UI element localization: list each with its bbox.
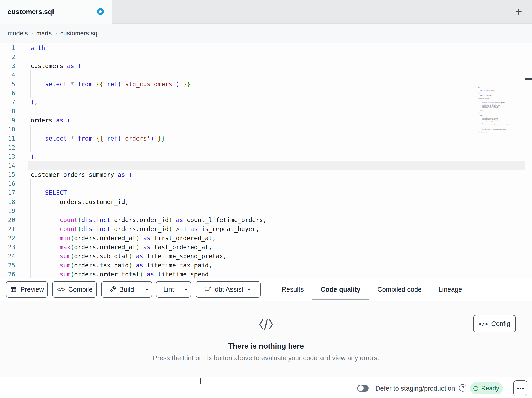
line-number: 16 bbox=[0, 179, 15, 188]
breadcrumb-item[interactable]: models bbox=[8, 30, 28, 37]
defer-toggle[interactable] bbox=[357, 385, 369, 392]
code-line[interactable]: 19 bbox=[0, 206, 532, 215]
panel-tab-code-quality[interactable]: Code quality bbox=[321, 278, 361, 301]
code-line[interactable]: 25 sum(orders.tax_paid) as lifetime_tax_… bbox=[0, 261, 532, 270]
code-brackets-icon: </> bbox=[57, 286, 65, 293]
chat-sparkle-icon bbox=[204, 286, 212, 293]
panel-tab-results[interactable]: Results bbox=[282, 278, 304, 301]
panel-tab-compiled-code[interactable]: Compiled code bbox=[377, 278, 422, 301]
file-tab-customers-sql[interactable]: customers.sql bbox=[0, 0, 112, 24]
line-number: 25 bbox=[0, 261, 15, 270]
line-number: 20 bbox=[0, 215, 15, 224]
unsaved-changes-icon bbox=[97, 8, 104, 15]
line-number: 8 bbox=[0, 107, 15, 116]
line-number: 7 bbox=[0, 98, 15, 107]
build-button[interactable]: Build bbox=[101, 282, 142, 297]
status-circle-icon bbox=[474, 386, 479, 391]
indent-guide bbox=[30, 89, 31, 98]
indent-guide bbox=[30, 143, 31, 152]
breadcrumb-item[interactable]: marts bbox=[36, 30, 52, 37]
status-badge-label: Ready bbox=[481, 385, 499, 392]
build-button-label: Build bbox=[119, 286, 134, 293]
line-number: 14 bbox=[0, 161, 15, 170]
code-line[interactable]: 26 sum(orders.order_total) as lifetime_s… bbox=[0, 270, 532, 279]
code-line[interactable]: 18 orders.customer_id, bbox=[0, 197, 532, 206]
lint-button[interactable]: Lint bbox=[157, 282, 181, 297]
status-bar: Defer to staging/production ? Ready bbox=[0, 377, 532, 398]
code-line[interactable]: 6 bbox=[0, 89, 532, 98]
more-options-button[interactable] bbox=[513, 380, 527, 396]
line-number: 17 bbox=[0, 188, 15, 197]
indent-guide bbox=[30, 179, 31, 188]
lint-button-label: Lint bbox=[163, 286, 174, 293]
compile-button[interactable]: </> Compile bbox=[52, 281, 97, 298]
editor-tab-bar: customers.sql + bbox=[0, 0, 532, 24]
code-line[interactable]: 3customers as ( bbox=[0, 61, 532, 71]
editor-minimap[interactable]: withcustomers as ( select * from {{ ref(… bbox=[478, 87, 525, 135]
code-line[interactable]: 21 count(distinct orders.order_id) > 1 a… bbox=[0, 224, 532, 234]
panel-tab-lineage[interactable]: Lineage bbox=[438, 278, 462, 301]
code-line[interactable]: 20 count(distinct orders.order_id) as co… bbox=[0, 215, 532, 224]
code-line[interactable]: 11 select * from {{ ref('orders') }} bbox=[0, 134, 532, 143]
line-number: 10 bbox=[0, 125, 15, 134]
line-number: 23 bbox=[0, 243, 15, 252]
code-line[interactable]: 23 max(orders.ordered_at) as last_ordere… bbox=[0, 243, 532, 252]
line-number: 18 bbox=[0, 197, 15, 206]
build-dropdown-button[interactable] bbox=[142, 282, 152, 297]
code-quality-panel: There is nothing here Press the Lint or … bbox=[0, 301, 532, 377]
code-line[interactable]: 4 bbox=[0, 71, 532, 79]
mouse-cursor-ibeam bbox=[199, 378, 202, 384]
line-number: 3 bbox=[0, 61, 15, 71]
line-number: 9 bbox=[0, 116, 15, 125]
chevron-down-icon bbox=[144, 287, 149, 292]
new-tab-button[interactable]: + bbox=[512, 4, 526, 20]
line-number: 12 bbox=[0, 143, 15, 152]
config-button-label: Config bbox=[491, 320, 510, 327]
code-line[interactable]: 5 select * from {{ ref('stg_customers') … bbox=[0, 79, 532, 89]
breadcrumb-item[interactable]: customers.sql bbox=[60, 30, 99, 37]
chevron-down-icon bbox=[247, 287, 252, 292]
code-line[interactable]: 1with bbox=[0, 43, 532, 52]
lint-dropdown-button[interactable] bbox=[181, 282, 191, 297]
code-line[interactable]: 7), bbox=[0, 98, 532, 107]
build-split-button: Build bbox=[101, 281, 152, 298]
empty-state-subtitle: Press the Lint or Fix button above to ev… bbox=[0, 354, 532, 362]
file-tab-title: customers.sql bbox=[8, 8, 54, 16]
line-number: 24 bbox=[0, 252, 15, 261]
code-line[interactable]: 9orders as ( bbox=[0, 116, 532, 125]
lint-split-button: Lint bbox=[156, 281, 191, 298]
code-brackets-empty-icon bbox=[258, 319, 274, 330]
toggle-knob bbox=[358, 385, 364, 391]
code-editor[interactable]: 1with23customers as (45 select * from {{… bbox=[0, 43, 532, 278]
code-line[interactable]: 10 bbox=[0, 125, 532, 134]
compile-button-label: Compile bbox=[68, 286, 93, 293]
wrench-icon bbox=[109, 286, 116, 293]
editor-scrollbar-thumb[interactable] bbox=[525, 78, 532, 80]
code-line[interactable]: 22 min(orders.ordered_at) as first_order… bbox=[0, 234, 532, 243]
preview-button[interactable]: Preview bbox=[6, 281, 48, 298]
code-lines: 1with23customers as (45 select * from {{… bbox=[0, 43, 532, 279]
line-number: 4 bbox=[0, 71, 15, 79]
code-brackets-icon: </> bbox=[479, 320, 488, 327]
line-number: 1 bbox=[0, 43, 15, 52]
defer-label: Defer to staging/production bbox=[375, 385, 455, 392]
dbt-assist-button[interactable]: dbt Assist bbox=[196, 281, 261, 298]
code-line[interactable]: 13), bbox=[0, 152, 532, 161]
code-line[interactable]: 8 bbox=[0, 107, 532, 116]
code-line[interactable]: 16 bbox=[0, 179, 532, 188]
config-button[interactable]: </> Config bbox=[473, 315, 516, 332]
help-icon[interactable]: ? bbox=[459, 384, 466, 391]
code-line[interactable]: 24 sum(orders.subtotal) as lifetime_spen… bbox=[0, 252, 532, 261]
breadcrumb-separator: › bbox=[55, 30, 57, 37]
chevron-down-icon bbox=[183, 287, 189, 292]
code-line[interactable]: 17 SELECT bbox=[0, 188, 532, 197]
code-line[interactable]: 2 bbox=[0, 52, 532, 61]
table-grid-icon bbox=[10, 286, 17, 293]
code-line[interactable]: 15customer_orders_summary as ( bbox=[0, 170, 532, 179]
status-badge[interactable]: Ready bbox=[470, 382, 503, 394]
indent-guide bbox=[30, 206, 31, 215]
code-line[interactable]: 14 bbox=[0, 161, 532, 170]
code-line[interactable]: 12 bbox=[0, 143, 532, 152]
dbt-assist-button-label: dbt Assist bbox=[215, 286, 243, 293]
indent-guide bbox=[45, 206, 45, 215]
